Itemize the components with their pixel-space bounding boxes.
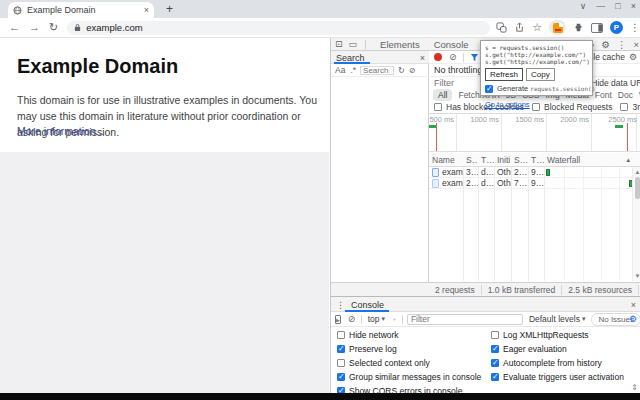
checkbox[interactable] (491, 345, 499, 353)
request-table: Name S… T… Initi… S… T… Waterfall ▴ exam… (429, 153, 640, 281)
browser-menu-icon[interactable]: ⋮ (630, 22, 640, 33)
drawer-menu-icon[interactable]: ⋮ (336, 300, 345, 310)
url-text: example.com (86, 22, 143, 33)
tab-search-icon[interactable]: ∨ (580, 1, 587, 11)
clear-network-icon[interactable]: ⊘ (449, 53, 457, 62)
scrollbar-thumb[interactable] (635, 177, 640, 199)
profile-avatar[interactable]: P (610, 21, 623, 34)
column-header-status[interactable]: S… (463, 155, 478, 165)
third-party-requests-label: 3rd-party requests (632, 102, 640, 112)
search-pane-close-icon[interactable]: × (420, 53, 425, 63)
setting-hide-network[interactable]: Hide network (337, 330, 399, 340)
maximize-button[interactable]: □ (615, 1, 620, 11)
request-row[interactable]: example… 2… d… Other 7… 9… (429, 178, 640, 189)
search-refresh-icon[interactable]: ↻ (398, 66, 405, 75)
drawer-tab-console[interactable]: Console (351, 300, 384, 310)
has-blocked-cookies-checkbox[interactable] (434, 103, 442, 111)
forward-button[interactable]: → (29, 22, 40, 33)
toolbar-icons: ☆ P ⋮ (496, 20, 640, 35)
devtools-close-icon[interactable]: × (633, 39, 639, 50)
tab-console[interactable]: Console (434, 39, 469, 50)
setting-autocomplete-history[interactable]: Autocomplete from history (491, 358, 602, 368)
console-filter-input[interactable] (407, 314, 523, 325)
extensions-puzzle-icon[interactable] (573, 22, 584, 33)
filter-pill-all[interactable]: All (433, 89, 452, 101)
checkbox[interactable] (491, 373, 499, 381)
generate-code-text: requests.session() (530, 85, 595, 92)
lock-icon[interactable] (74, 23, 81, 32)
network-overview-timeline[interactable]: 500 ms 1000 ms 1500 ms 2000 ms 2500 ms (429, 113, 640, 152)
setting-log-xhr[interactable]: Log XMLHttpRequests (491, 330, 589, 340)
translate-icon[interactable] (496, 22, 507, 33)
setting-eager-evaluation[interactable]: Eager evaluation (491, 344, 567, 354)
reload-button[interactable]: ↻ (49, 22, 58, 33)
setting-selected-context[interactable]: Selected context only (337, 358, 430, 368)
live-expression-eye-icon[interactable] (393, 316, 396, 323)
table-scrollbar[interactable]: ▲ ▼ (632, 167, 640, 281)
devtools-menu-icon[interactable]: ⋮ (617, 39, 627, 50)
setting-label: Eager evaluation (503, 344, 567, 354)
checkbox[interactable] (491, 331, 499, 339)
filter-pill[interactable]: Doc (618, 90, 633, 100)
checkbox[interactable] (337, 345, 345, 353)
column-header-time[interactable]: T… (528, 155, 544, 165)
page-heading: Example Domain (17, 55, 178, 78)
generated-code-line: s.get("http://example.com/") (485, 51, 588, 58)
address-bar[interactable]: example.com (67, 21, 490, 35)
device-toolbar-icon[interactable]: ▭ (349, 39, 358, 49)
filter-pill[interactable]: Font (595, 90, 612, 100)
column-header-type[interactable]: T… (478, 155, 494, 165)
throttling-dropdown[interactable]: No throttling (434, 65, 483, 75)
column-header-initiator[interactable]: Initi… (494, 155, 511, 165)
column-header-name[interactable]: Name (429, 155, 463, 165)
tab-elements[interactable]: Elements (380, 39, 420, 50)
checkbox[interactable] (337, 359, 345, 367)
log-levels-dropdown[interactable]: Default levels (529, 314, 580, 324)
copy-button[interactable]: Copy (526, 68, 555, 81)
clear-console-icon[interactable]: ⊘ (348, 314, 356, 324)
setting-preserve-log[interactable]: Preserve log (337, 344, 397, 354)
share-icon[interactable] (514, 22, 525, 33)
column-header-size[interactable]: S… (511, 155, 528, 165)
request-row[interactable]: example… 3… d… Other 2… 9… (429, 167, 640, 178)
console-settings-gear-icon[interactable]: ⚙ (629, 314, 637, 324)
context-selector[interactable]: top (368, 314, 380, 324)
summary-requests: 2 requests (429, 285, 482, 295)
active-extension-icon[interactable] (549, 20, 566, 35)
sort-ascending-icon[interactable]: ▴ (626, 156, 630, 164)
search-input[interactable] (360, 66, 394, 75)
third-party-requests-checkbox[interactable] (620, 103, 628, 111)
scroll-up-icon[interactable]: ▲ (633, 168, 640, 176)
setting-evaluate-user-activation[interactable]: Evaluate triggers user activation (491, 372, 624, 382)
search-clear-icon[interactable]: ⊘ (409, 66, 416, 75)
devtools-settings-icon[interactable]: ⚙ (601, 39, 610, 50)
record-network-log-button[interactable] (434, 53, 442, 61)
resize-handle-icon[interactable]: ⇕ (631, 383, 638, 392)
console-sidebar-icon[interactable]: ▶ (335, 315, 341, 324)
request-name: example… (439, 167, 463, 177)
network-filter-funnel-icon[interactable] (470, 53, 479, 62)
back-button[interactable]: ← (9, 22, 20, 33)
inspect-element-icon[interactable]: ⊡ (335, 39, 343, 49)
column-header-waterfall[interactable]: Waterfall (544, 155, 624, 165)
browser-tab[interactable]: Example Domain × (8, 2, 154, 18)
minimize-button[interactable]: — (596, 1, 605, 11)
network-settings-gear-icon[interactable]: ⚙ (629, 52, 637, 62)
match-case-toggle[interactable]: Aa (335, 65, 345, 75)
side-panel-icon[interactable] (591, 23, 603, 33)
checkbox[interactable] (491, 359, 499, 367)
new-tab-button[interactable]: + (166, 3, 173, 16)
checkbox[interactable] (337, 373, 345, 381)
drawer-close-icon[interactable]: × (631, 300, 636, 310)
generate-session-checkbox[interactable] (485, 85, 493, 93)
go-to-options-link[interactable]: Go to options (485, 100, 530, 109)
setting-group-similar[interactable]: Group similar messages in console (337, 372, 481, 382)
scroll-down-icon[interactable]: ▼ (633, 272, 640, 280)
window-close-button[interactable]: × (631, 1, 636, 11)
tab-close-icon[interactable]: × (144, 6, 149, 15)
more-information-link[interactable]: More information... (17, 125, 105, 137)
regex-toggle[interactable]: .* (350, 65, 356, 75)
refresh-button[interactable]: Refresh (485, 68, 523, 81)
bookmark-star-icon[interactable]: ☆ (532, 21, 542, 34)
checkbox[interactable] (337, 331, 345, 339)
